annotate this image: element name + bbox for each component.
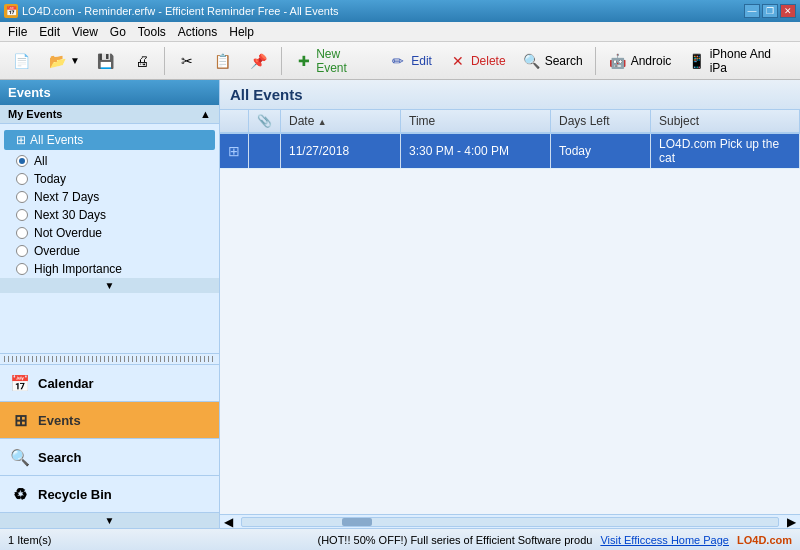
new-event-label: New Event [316,47,372,75]
scrollbar-thumb[interactable] [342,518,372,526]
open-arrow: ▼ [70,55,80,66]
recycle-nav-icon: ♻ [10,484,30,504]
minimize-button[interactable]: — [744,4,760,18]
sidebar-nav-search[interactable]: 🔍 Search [0,438,219,475]
col-header-subject[interactable]: Subject [651,110,800,133]
radio-all[interactable] [16,155,28,167]
delete-icon: ✕ [448,51,468,71]
status-link[interactable]: Visit Efficcess Home Page [600,534,729,546]
col-header-time[interactable]: Time [401,110,551,133]
radio-today[interactable] [16,173,28,185]
col-header-attachment[interactable]: 📎 [249,110,281,133]
menu-bar: File Edit View Go Tools Actions Help [0,22,800,42]
search-nav-icon: 🔍 [10,447,30,467]
row-date: 11/27/2018 [281,133,401,169]
filter-all[interactable]: All [0,152,219,170]
event-type-icon: ⊞ [228,143,240,159]
radio-not-overdue[interactable] [16,227,28,239]
row-attachment [249,133,281,169]
menu-help[interactable]: Help [223,23,260,41]
scroll-left-arrow[interactable]: ◀ [220,515,237,529]
table-scroll[interactable]: 📎 Date ▲ Time Days Left Subject ⊞ [220,110,800,514]
filter-overdue[interactable]: Overdue [0,242,219,260]
sidebar-events-list: ⊞ All Events All Today Next 7 Days Next … [0,124,219,354]
radio-next7[interactable] [16,191,28,203]
filter-today-label: Today [34,172,66,186]
android-icon: 🤖 [608,51,628,71]
sidebar-my-events: My Events ▲ [0,105,219,124]
menu-view[interactable]: View [66,23,104,41]
title-bar-controls[interactable]: — ❐ ✕ [744,4,796,18]
sidebar-bottom-scroll[interactable]: ▼ [0,512,219,528]
toolbar-open[interactable]: 📂 ▼ [40,47,87,75]
sidebar-all-events-item[interactable]: ⊞ All Events [4,130,215,150]
col-header-days-left[interactable]: Days Left [551,110,651,133]
close-button[interactable]: ✕ [780,4,796,18]
sidebar-nav-calendar[interactable]: 📅 Calendar [0,364,219,401]
new-event-button[interactable]: ✚ New Event [287,43,379,79]
toolbar: 📄 📂 ▼ 💾 🖨 ✂ 📋 📌 ✚ New Event ✏ Edit ✕ Del… [0,42,800,80]
recycle-nav-label: Recycle Bin [38,487,112,502]
sidebar-header: Events [0,80,219,105]
menu-actions[interactable]: Actions [172,23,223,41]
restore-button[interactable]: ❐ [762,4,778,18]
menu-go[interactable]: Go [104,23,132,41]
radio-overdue[interactable] [16,245,28,257]
search-button[interactable]: 🔍 Search [515,47,590,75]
toolbar-cut[interactable]: ✂ [170,47,204,75]
filter-today[interactable]: Today [0,170,219,188]
item-count: 1 Item(s) [8,534,51,546]
menu-tools[interactable]: Tools [132,23,172,41]
filter-all-label: All [34,154,47,168]
filter-overdue-label: Overdue [34,244,80,258]
filter-not-overdue[interactable]: Not Overdue [0,224,219,242]
row-type-icon: ⊞ [220,133,249,169]
toolbar-sep2 [281,47,282,75]
table-scroll-bottom[interactable]: ◀ ▶ [220,514,800,528]
toolbar-copy[interactable]: 📋 [206,47,240,75]
menu-edit[interactable]: Edit [33,23,66,41]
main-layout: Events My Events ▲ ⊞ All Events All Toda… [0,80,800,528]
status-message: (HOT!! 50% OFF!) Full series of Efficien… [317,534,592,546]
table-row[interactable]: ⊞ 11/27/2018 3:30 PM - 4:00 PM Today LO4… [220,133,800,169]
content-header: All Events [220,80,800,110]
edit-button[interactable]: ✏ Edit [381,47,439,75]
delete-button[interactable]: ✕ Delete [441,47,513,75]
status-bar: 1 Item(s) (HOT!! 50% OFF!) Full series o… [0,528,800,550]
toolbar-paste[interactable]: 📌 [242,47,276,75]
row-time: 3:30 PM - 4:00 PM [401,133,551,169]
content-area: All Events 📎 Date ▲ Time Days Left Subje… [220,80,800,528]
toolbar-new-file[interactable]: 📄 [4,47,38,75]
scroll-down-arrow[interactable]: ▼ [0,278,219,293]
paste-icon: 📌 [249,51,269,71]
search-label: Search [545,54,583,68]
radio-high-importance[interactable] [16,263,28,275]
all-events-label: All Events [30,133,83,147]
events-table: 📎 Date ▲ Time Days Left Subject ⊞ [220,110,800,169]
horizontal-scrollbar[interactable] [241,517,779,527]
scroll-right-arrow[interactable]: ▶ [783,515,800,529]
filter-next30[interactable]: Next 30 Days [0,206,219,224]
drag-handle[interactable] [4,356,215,362]
filter-next7[interactable]: Next 7 Days [0,188,219,206]
new-event-icon: ✚ [294,51,313,71]
all-events-grid-icon: ⊞ [16,133,26,147]
search-nav-label: Search [38,450,81,465]
toolbar-print[interactable]: 🖨 [125,47,159,75]
open-icon: 📂 [47,51,67,71]
col-header-date[interactable]: Date ▲ [281,110,401,133]
toolbar-save[interactable]: 💾 [89,47,123,75]
filter-high-importance[interactable]: High Importance [0,260,219,278]
menu-file[interactable]: File [2,23,33,41]
sidebar-nav-recycle[interactable]: ♻ Recycle Bin [0,475,219,512]
col-header-type[interactable] [220,110,249,133]
sidebar-nav-events[interactable]: ⊞ Events [0,401,219,438]
collapse-icon[interactable]: ▲ [200,108,211,120]
title-bar-text: LO4D.com - Reminder.erfw - Efficient Rem… [22,5,338,17]
iphone-button[interactable]: 📱 iPhone And iPa [680,43,796,79]
save-icon: 💾 [96,51,116,71]
filter-next30-label: Next 30 Days [34,208,106,222]
radio-next30[interactable] [16,209,28,221]
android-button[interactable]: 🤖 Androic [601,47,679,75]
table-header: 📎 Date ▲ Time Days Left Subject [220,110,800,133]
